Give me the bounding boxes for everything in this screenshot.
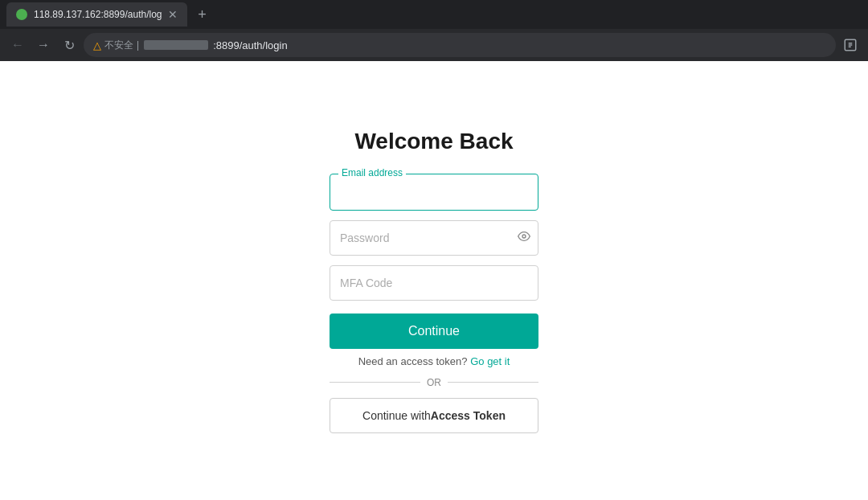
address-path: :8899/auth/login xyxy=(213,39,288,51)
access-token-btn-prefix: Continue with xyxy=(362,409,431,422)
new-tab-button[interactable]: + xyxy=(190,3,213,26)
access-token-button[interactable]: Continue with Access Token xyxy=(330,398,538,433)
go-get-it-link[interactable]: Go get it xyxy=(470,355,510,367)
access-token-prompt: Need an access token? Go get it xyxy=(358,355,510,367)
password-field-wrapper xyxy=(330,220,538,256)
warning-icon: △ xyxy=(93,39,101,51)
email-field-wrapper: Email address xyxy=(330,174,538,211)
page-content: Welcome Back Email address xyxy=(0,61,868,500)
browser-tab[interactable]: 118.89.137.162:8899/auth/log ✕ xyxy=(6,2,187,27)
profile-button[interactable] xyxy=(839,34,862,56)
security-label: 不安全 xyxy=(104,39,133,52)
email-label: Email address xyxy=(338,167,406,178)
back-button[interactable]: ← xyxy=(6,34,29,56)
tab-favicon xyxy=(16,9,27,20)
reload-button[interactable]: ↻ xyxy=(58,34,80,56)
mfa-field-wrapper xyxy=(330,265,538,301)
address-bar[interactable]: △ 不安全 | :8899/auth/login xyxy=(84,33,836,57)
show-password-icon[interactable] xyxy=(518,230,530,246)
browser-chrome: 118.89.137.162:8899/auth/log ✕ + ← → ↻ △… xyxy=(0,0,868,61)
divider-line-right xyxy=(448,382,538,383)
svg-point-1 xyxy=(522,235,526,238)
divider-text: OR xyxy=(427,377,441,388)
toolbar-right xyxy=(839,34,862,56)
mfa-input[interactable] xyxy=(330,265,538,301)
access-token-btn-suffix: Access Token xyxy=(431,409,506,422)
divider-line-left xyxy=(330,382,420,383)
welcome-title: Welcome Back xyxy=(354,129,513,154)
password-input[interactable] xyxy=(330,220,538,256)
security-warning: △ 不安全 | xyxy=(93,39,139,52)
email-input[interactable] xyxy=(330,174,538,210)
login-form: Welcome Back Email address xyxy=(330,129,538,433)
tab-title: 118.89.137.162:8899/auth/log xyxy=(34,9,162,20)
tab-close-button[interactable]: ✕ xyxy=(168,9,178,20)
or-divider: OR xyxy=(330,377,538,388)
security-separator: | xyxy=(137,39,139,51)
form-fields: Email address xyxy=(330,174,538,301)
forward-button[interactable]: → xyxy=(32,34,55,56)
tab-bar: 118.89.137.162:8899/auth/log ✕ + xyxy=(0,0,868,29)
continue-button[interactable]: Continue xyxy=(330,314,538,349)
blurred-ip xyxy=(144,40,208,50)
browser-toolbar: ← → ↻ △ 不安全 | :8899/auth/login xyxy=(0,29,868,61)
